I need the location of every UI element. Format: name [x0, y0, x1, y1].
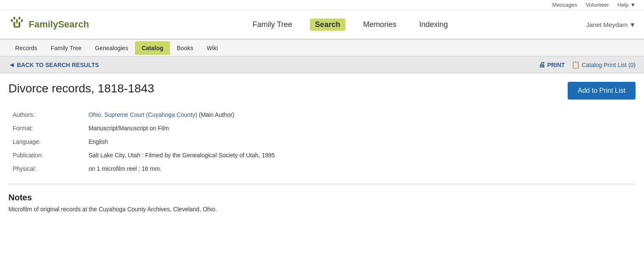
svg-rect-3	[11, 19, 13, 22]
authors-value: Ohio. Supreme Court (Cuyahoga County) (M…	[84, 108, 636, 121]
record-header: Divorce records, 1818-1843 Add to Print …	[8, 82, 636, 104]
subnav-books[interactable]: Books	[170, 41, 200, 55]
sub-nav: Records Family Tree Genealogies Catalog …	[0, 40, 644, 57]
print-link[interactable]: 🖨 PRINT	[539, 61, 565, 69]
subnav-genealogies[interactable]: Genealogies	[88, 41, 135, 55]
notes-heading: Notes	[8, 193, 636, 202]
subnav-records[interactable]: Records	[8, 41, 44, 55]
catalog-print-label: Catalog Print List (0)	[582, 62, 636, 68]
printer-icon: 🖨	[539, 61, 545, 69]
messages-link[interactable]: Messages	[552, 2, 577, 8]
add-to-print-list-button[interactable]: Add to Print List	[568, 82, 636, 100]
language-value: English	[84, 135, 636, 148]
nav-search[interactable]: Search	[310, 19, 345, 31]
help-link[interactable]: Help ▼	[617, 2, 636, 8]
back-to-search-link[interactable]: ◄ BACK TO SEARCH RESULTS	[8, 61, 99, 69]
print-area: 🖨 PRINT 📋 Catalog Print List (0)	[539, 61, 636, 69]
authors-label: Authors:	[8, 108, 84, 121]
format-value: Manuscript/Manuscript on Film	[84, 121, 636, 135]
table-row: Authors: Ohio. Supreme Court (Cuyahoga C…	[8, 108, 636, 121]
table-row: Publication: Salt Lake City, Utah : Film…	[8, 148, 636, 162]
user-caret-icon: ▼	[629, 21, 636, 28]
publication-value: Salt Lake City, Utah : Filmed by the Gen…	[84, 148, 636, 162]
back-arrow-icon: ◄	[8, 61, 15, 69]
user-name: Janet Meydam	[586, 21, 628, 28]
metadata-table: Authors: Ohio. Supreme Court (Cuyahoga C…	[8, 108, 636, 175]
svg-rect-6	[19, 22, 20, 27]
svg-rect-5	[13, 22, 15, 27]
main-nav: FamilySearch Family Tree Search Memories…	[0, 10, 644, 40]
familysearch-logo-icon	[8, 16, 25, 33]
nav-indexing[interactable]: Indexing	[414, 19, 453, 31]
svg-rect-7	[16, 22, 18, 24]
catalog-print-list-link[interactable]: 📋 Catalog Print List (0)	[571, 61, 636, 69]
table-row: Language: English	[8, 135, 636, 148]
record-title: Divorce records, 1818-1843	[8, 82, 154, 95]
physical-value: on 1 microfilm reel ; 16 mm.	[84, 162, 636, 175]
help-caret-icon: ▼	[630, 2, 636, 8]
back-bar: ◄ BACK TO SEARCH RESULTS 🖨 PRINT 📋 Catal…	[0, 57, 644, 73]
back-label: BACK TO SEARCH RESULTS	[17, 62, 99, 68]
section-divider	[8, 184, 636, 184]
list-icon: 📋	[571, 61, 580, 69]
nav-links: Family Tree Search Memories Indexing	[114, 19, 586, 31]
table-row: Format: Manuscript/Manuscript on Film	[8, 121, 636, 135]
content-area: Divorce records, 1818-1843 Add to Print …	[0, 73, 644, 221]
user-area: Janet Meydam ▼	[586, 21, 636, 28]
subnav-catalog[interactable]: Catalog	[135, 41, 170, 55]
author-suffix: (Main Author)	[199, 111, 234, 118]
author-link[interactable]: Ohio. Supreme Court (Cuyahoga County)	[89, 111, 197, 118]
publication-label: Publication:	[8, 148, 84, 162]
help-label: Help	[617, 2, 629, 8]
subnav-wiki[interactable]: Wiki	[200, 41, 224, 55]
svg-rect-2	[16, 19, 18, 22]
nav-memories[interactable]: Memories	[358, 19, 401, 31]
format-label: Format:	[8, 121, 84, 135]
volunteer-link[interactable]: Volunteer	[586, 2, 609, 8]
physical-label: Physical:	[8, 162, 84, 175]
language-label: Language:	[8, 135, 84, 148]
utility-bar: Messages Volunteer Help ▼	[0, 0, 644, 10]
table-row: Physical: on 1 microfilm reel ; 16 mm.	[8, 162, 636, 175]
svg-rect-4	[21, 19, 23, 22]
logo-link[interactable]: FamilySearch	[8, 16, 89, 33]
notes-text: Microfilm of original records at the Cuy…	[8, 206, 636, 213]
print-label: PRINT	[547, 62, 565, 68]
svg-rect-1	[19, 17, 20, 19]
nav-family-tree[interactable]: Family Tree	[248, 19, 297, 31]
notes-section: Notes Microfilm of original records at t…	[8, 193, 636, 213]
subnav-family-tree[interactable]: Family Tree	[44, 41, 88, 55]
svg-rect-0	[13, 17, 15, 19]
logo-text: FamilySearch	[29, 19, 89, 30]
